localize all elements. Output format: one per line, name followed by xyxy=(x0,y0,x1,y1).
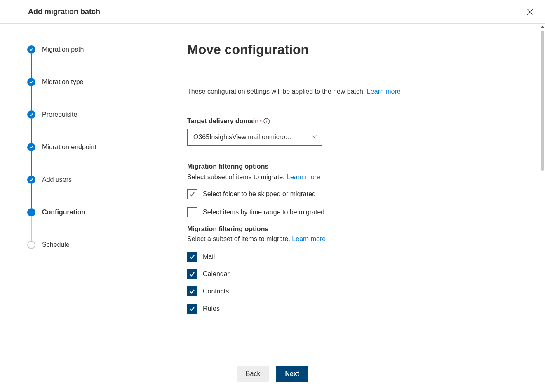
checkmark-icon xyxy=(27,143,35,151)
step-label: Add users xyxy=(42,176,72,184)
checkmark-icon xyxy=(27,110,35,119)
checkbox-icon xyxy=(187,269,197,279)
filter-desc: Select a subset of items to migrate. Lea… xyxy=(187,235,529,243)
checkmark-icon xyxy=(27,78,35,86)
step-label: Prerequisite xyxy=(42,110,77,119)
checkbox-calendar[interactable]: Calendar xyxy=(187,269,529,279)
step-schedule[interactable]: Schedule xyxy=(27,241,160,249)
step-prerequisite[interactable]: Prerequisite xyxy=(27,110,160,119)
checkbox-folder-skip[interactable]: Select folder to be skipped or migrated xyxy=(187,189,529,199)
checkmark-icon xyxy=(27,45,35,54)
pending-step-icon xyxy=(27,241,35,249)
intro-text: These configuration settings will be app… xyxy=(187,88,529,95)
checkbox-label: Mail xyxy=(203,253,215,261)
back-button[interactable]: Back xyxy=(237,366,270,382)
info-icon[interactable] xyxy=(263,118,270,124)
checkbox-label: Select folder to be skipped or migrated xyxy=(203,190,316,198)
wizard-footer: Back Next xyxy=(0,355,545,392)
checkbox-label: Contacts xyxy=(203,288,229,295)
learn-more-link[interactable]: Learn more xyxy=(367,88,401,95)
wizard-sidebar: Migration path Migration type Prerequisi… xyxy=(0,24,160,355)
checkmark-icon xyxy=(27,176,35,184)
step-label: Migration endpoint xyxy=(42,143,96,151)
wizard-header: Add migration batch xyxy=(0,0,545,24)
target-domain-label: Target delivery domain * xyxy=(187,117,529,125)
svg-point-1 xyxy=(267,120,267,120)
filter-title: Migration filtering options xyxy=(187,163,529,170)
migration-filter-section-2: Migration filtering options Select a sub… xyxy=(187,225,529,314)
migration-filter-section-1: Migration filtering options Select subse… xyxy=(187,163,529,217)
step-migration-path[interactable]: Migration path xyxy=(27,45,160,54)
target-domain-field: Target delivery domain * O365InsightsVie… xyxy=(187,117,529,146)
scrollbar[interactable] xyxy=(541,31,544,171)
wizard-main: Move configuration These configuration s… xyxy=(160,24,545,355)
close-icon xyxy=(526,8,534,16)
filter-title: Migration filtering options xyxy=(187,225,529,233)
step-label: Migration type xyxy=(42,78,84,86)
checkbox-rules[interactable]: Rules xyxy=(187,304,529,314)
step-add-users[interactable]: Add users xyxy=(27,176,160,184)
checkbox-label: Select items by time range to be migrate… xyxy=(203,209,324,216)
required-indicator: * xyxy=(260,118,262,124)
checkbox-contacts[interactable]: Contacts xyxy=(187,286,529,296)
close-button[interactable] xyxy=(525,7,535,17)
checkbox-icon xyxy=(187,189,197,199)
step-migration-type[interactable]: Migration type xyxy=(27,78,160,86)
wizard-title: Add migration batch xyxy=(28,7,100,16)
checkbox-label: Calendar xyxy=(203,270,230,278)
current-step-icon xyxy=(27,208,35,216)
checkbox-label: Rules xyxy=(203,305,220,312)
page-title: Move configuration xyxy=(187,42,529,57)
checkbox-icon xyxy=(187,286,197,296)
learn-more-link[interactable]: Learn more xyxy=(292,235,326,242)
step-migration-endpoint[interactable]: Migration endpoint xyxy=(27,143,160,151)
step-label: Schedule xyxy=(42,241,70,249)
checkbox-mail[interactable]: Mail xyxy=(187,252,529,262)
select-value: O365InsightsView.mail.onmicro… xyxy=(193,134,292,141)
step-configuration[interactable]: Configuration xyxy=(27,208,160,216)
learn-more-link[interactable]: Learn more xyxy=(287,174,320,181)
step-list: Migration path Migration type Prerequisi… xyxy=(27,45,160,249)
checkbox-icon xyxy=(187,207,197,217)
checkbox-time-range[interactable]: Select items by time range to be migrate… xyxy=(187,207,529,217)
checkbox-icon xyxy=(187,252,197,262)
step-label: Configuration xyxy=(42,208,85,216)
chevron-down-icon xyxy=(311,134,317,141)
step-label: Migration path xyxy=(42,45,84,54)
checkbox-icon xyxy=(187,304,197,314)
scroll-up-arrow-icon[interactable] xyxy=(540,26,545,28)
next-button[interactable]: Next xyxy=(276,366,308,382)
filter-desc: Select subset of items to migrate. Learn… xyxy=(187,174,529,181)
target-domain-select[interactable]: O365InsightsView.mail.onmicro… xyxy=(187,129,322,146)
